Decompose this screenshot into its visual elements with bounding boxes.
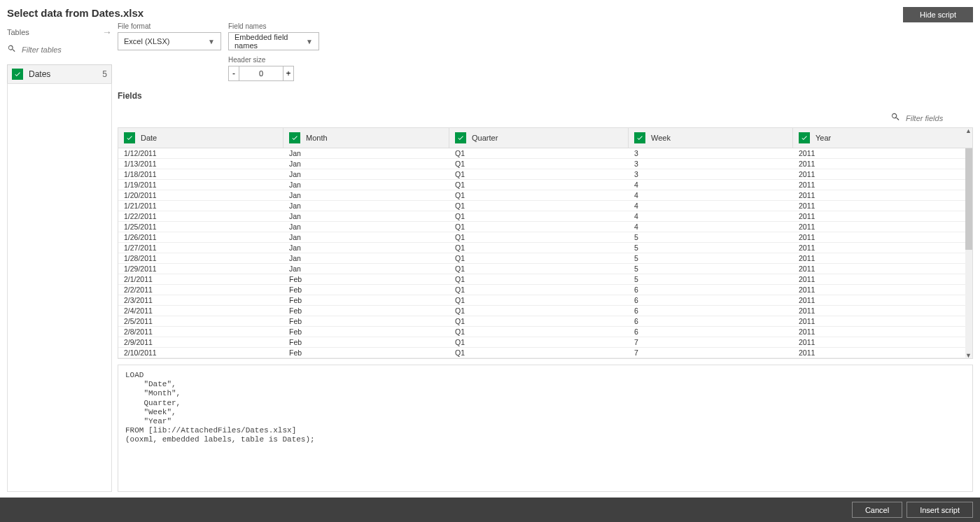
cell-quarter: Q1 bbox=[449, 243, 629, 253]
cell-month: Feb bbox=[284, 285, 449, 295]
table-row[interactable]: 1/26/2011JanQ152011 bbox=[118, 232, 972, 243]
table-row[interactable]: 2/2/2011FebQ162011 bbox=[118, 285, 972, 295]
column-header-week[interactable]: Week bbox=[629, 128, 793, 148]
cell-month: Jan bbox=[284, 222, 449, 232]
cell-week: 7 bbox=[629, 348, 793, 358]
cell-month: Jan bbox=[284, 148, 449, 158]
table-row[interactable]: 2/1/2011FebQ152011 bbox=[118, 274, 972, 285]
table-item-dates[interactable]: Dates 5 bbox=[7, 64, 112, 84]
cell-quarter: Q1 bbox=[449, 327, 629, 337]
cell-quarter: Q1 bbox=[449, 232, 629, 242]
scrollbar-thumb[interactable] bbox=[965, 148, 972, 250]
column-header-quarter[interactable]: Quarter bbox=[449, 128, 629, 148]
expand-tables-icon[interactable]: → bbox=[102, 27, 112, 38]
check-icon[interactable] bbox=[455, 132, 466, 143]
cell-year: 2011 bbox=[793, 316, 972, 326]
cell-month: Feb bbox=[284, 337, 449, 347]
cell-year: 2011 bbox=[793, 295, 972, 305]
cell-date: 2/1/2011 bbox=[118, 274, 284, 284]
cell-year: 2011 bbox=[793, 148, 972, 158]
cell-month: Jan bbox=[284, 190, 449, 200]
column-label: Year bbox=[816, 134, 831, 142]
cell-year: 2011 bbox=[793, 285, 972, 295]
check-icon[interactable] bbox=[124, 132, 135, 143]
cell-quarter: Q1 bbox=[449, 148, 629, 158]
table-row[interactable]: 1/20/2011JanQ142011 bbox=[118, 190, 972, 201]
cell-week: 5 bbox=[629, 232, 793, 242]
cell-date: 2/2/2011 bbox=[118, 285, 284, 295]
file-format-value: Excel (XLSX) bbox=[124, 37, 169, 45]
table-row[interactable]: 1/28/2011JanQ152011 bbox=[118, 253, 972, 264]
cell-year: 2011 bbox=[793, 243, 972, 253]
cell-quarter: Q1 bbox=[449, 348, 629, 358]
table-item-count: 5 bbox=[102, 69, 107, 79]
table-row[interactable]: 2/10/2011FebQ172011 bbox=[118, 348, 972, 358]
field-names-label: Field names bbox=[228, 22, 319, 30]
cell-year: 2011 bbox=[793, 348, 972, 358]
cancel-button[interactable]: Cancel bbox=[852, 502, 902, 518]
filter-fields-input[interactable] bbox=[904, 113, 960, 123]
table-row[interactable]: 1/12/2011JanQ132011 bbox=[118, 148, 972, 159]
table-row[interactable]: 1/13/2011JanQ132011 bbox=[118, 159, 972, 169]
table-row[interactable]: 2/4/2011FebQ162011 bbox=[118, 306, 972, 316]
cell-year: 2011 bbox=[793, 306, 972, 316]
cell-quarter: Q1 bbox=[449, 190, 629, 200]
column-header-date[interactable]: Date bbox=[118, 128, 284, 148]
check-icon[interactable] bbox=[289, 132, 300, 143]
cell-month: Jan bbox=[284, 232, 449, 242]
table-row[interactable]: 2/5/2011FebQ162011 bbox=[118, 316, 972, 327]
cell-date: 2/9/2011 bbox=[118, 337, 284, 347]
cell-date: 1/29/2011 bbox=[118, 264, 284, 274]
field-names-select[interactable]: Embedded field names ▼ bbox=[228, 32, 319, 50]
scrollbar-track[interactable] bbox=[965, 148, 972, 358]
cell-quarter: Q1 bbox=[449, 222, 629, 232]
column-label: Month bbox=[306, 134, 328, 142]
table-row[interactable]: 2/8/2011FebQ162011 bbox=[118, 327, 972, 337]
table-row[interactable]: 1/19/2011JanQ142011 bbox=[118, 180, 972, 190]
cell-month: Jan bbox=[284, 180, 449, 190]
column-header-year[interactable]: Year bbox=[793, 128, 972, 148]
table-row[interactable]: 1/29/2011JanQ152011 bbox=[118, 264, 972, 274]
insert-script-button[interactable]: Insert script bbox=[906, 502, 973, 518]
cell-week: 4 bbox=[629, 190, 793, 200]
table-row[interactable]: 1/22/2011JanQ142011 bbox=[118, 211, 972, 222]
caret-down-icon: ▼ bbox=[306, 38, 313, 45]
cell-year: 2011 bbox=[793, 190, 972, 200]
stepper-plus-button[interactable]: + bbox=[283, 66, 294, 81]
check-icon[interactable] bbox=[799, 132, 810, 143]
cell-date: 1/12/2011 bbox=[118, 148, 284, 158]
column-label: Date bbox=[141, 134, 157, 142]
script-preview: LOAD "Date", "Month", Quarter, "Week", "… bbox=[118, 365, 973, 492]
check-icon[interactable] bbox=[12, 69, 23, 80]
table-header-row: Date Month Quarter Week Year bbox=[118, 128, 972, 148]
cell-date: 2/8/2011 bbox=[118, 327, 284, 337]
cell-month: Jan bbox=[284, 201, 449, 211]
table-row[interactable]: 1/27/2011JanQ152011 bbox=[118, 243, 972, 253]
footer-bar: Cancel Insert script bbox=[0, 498, 980, 522]
cell-week: 3 bbox=[629, 159, 793, 169]
table-row[interactable]: 1/18/2011JanQ132011 bbox=[118, 169, 972, 180]
cell-quarter: Q1 bbox=[449, 274, 629, 284]
scroll-up-icon[interactable]: ▲ bbox=[965, 127, 972, 134]
cell-year: 2011 bbox=[793, 180, 972, 190]
check-icon[interactable] bbox=[634, 132, 645, 143]
cell-date: 1/18/2011 bbox=[118, 169, 284, 179]
table-row[interactable]: 2/3/2011FebQ162011 bbox=[118, 295, 972, 306]
cell-year: 2011 bbox=[793, 337, 972, 347]
cell-week: 6 bbox=[629, 295, 793, 305]
hide-script-button[interactable]: Hide script bbox=[903, 7, 973, 22]
scroll-down-icon[interactable]: ▼ bbox=[965, 352, 972, 359]
table-row[interactable]: 2/9/2011FebQ172011 bbox=[118, 337, 972, 348]
file-format-select[interactable]: Excel (XLSX) ▼ bbox=[118, 32, 221, 50]
table-row[interactable]: 1/25/2011JanQ142011 bbox=[118, 222, 972, 232]
cell-month: Jan bbox=[284, 211, 449, 221]
column-header-month[interactable]: Month bbox=[284, 128, 449, 148]
cell-week: 4 bbox=[629, 180, 793, 190]
cell-week: 3 bbox=[629, 148, 793, 158]
column-label: Quarter bbox=[472, 134, 498, 142]
cell-week: 6 bbox=[629, 327, 793, 337]
cell-week: 6 bbox=[629, 316, 793, 326]
table-row[interactable]: 1/21/2011JanQ142011 bbox=[118, 201, 972, 211]
stepper-minus-button[interactable]: - bbox=[228, 66, 239, 81]
filter-tables-input[interactable] bbox=[20, 45, 90, 55]
